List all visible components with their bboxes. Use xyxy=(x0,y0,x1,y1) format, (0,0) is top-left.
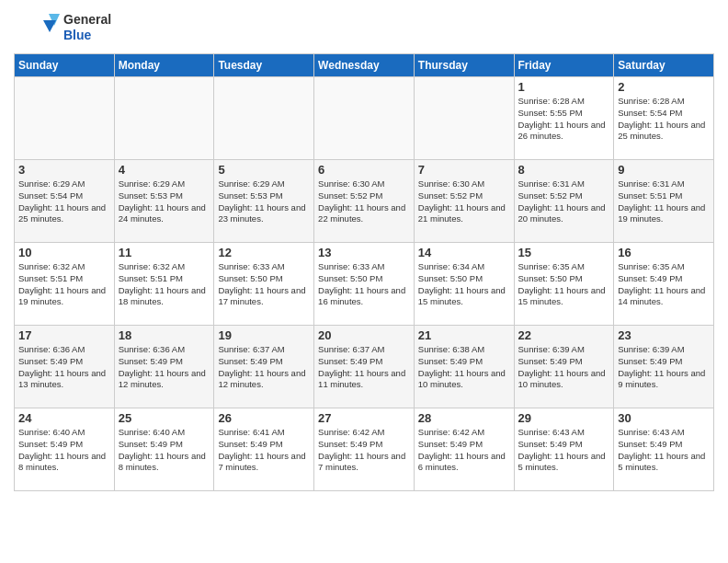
calendar-cell: 18Sunrise: 6:36 AM Sunset: 5:49 PM Dayli… xyxy=(114,326,214,408)
day-detail: Sunrise: 6:39 AM Sunset: 5:49 PM Dayligh… xyxy=(518,344,610,391)
day-number: 17 xyxy=(18,328,110,342)
week-row-3: 10Sunrise: 6:32 AM Sunset: 5:51 PM Dayli… xyxy=(15,243,714,326)
calendar-cell: 5Sunrise: 6:29 AM Sunset: 5:53 PM Daylig… xyxy=(214,160,314,243)
calendar-table: SundayMondayTuesdayWednesdayThursdayFrid… xyxy=(14,53,714,491)
day-detail: Sunrise: 6:31 AM Sunset: 5:52 PM Dayligh… xyxy=(518,178,610,225)
day-detail: Sunrise: 6:40 AM Sunset: 5:49 PM Dayligh… xyxy=(18,427,110,474)
day-number: 14 xyxy=(418,246,510,259)
calendar-body: 1Sunrise: 6:28 AM Sunset: 5:55 PM Daylig… xyxy=(15,77,714,491)
calendar-cell: 23Sunrise: 6:39 AM Sunset: 5:49 PM Dayli… xyxy=(614,326,714,408)
calendar-cell: 6Sunrise: 6:30 AM Sunset: 5:52 PM Daylig… xyxy=(314,160,415,243)
day-number: 11 xyxy=(119,246,210,259)
logo: General Blue xyxy=(14,9,111,46)
day-detail: Sunrise: 6:39 AM Sunset: 5:49 PM Dayligh… xyxy=(618,344,710,391)
day-number: 9 xyxy=(618,163,710,177)
logo-general: General xyxy=(63,12,111,28)
calendar-cell: 27Sunrise: 6:42 AM Sunset: 5:49 PM Dayli… xyxy=(314,408,415,491)
calendar-cell: 21Sunrise: 6:38 AM Sunset: 5:49 PM Dayli… xyxy=(414,326,514,408)
calendar-cell: 4Sunrise: 6:29 AM Sunset: 5:53 PM Daylig… xyxy=(114,160,214,243)
day-detail: Sunrise: 6:37 AM Sunset: 5:49 PM Dayligh… xyxy=(318,344,410,391)
day-detail: Sunrise: 6:36 AM Sunset: 5:49 PM Dayligh… xyxy=(18,344,110,391)
calendar-cell: 11Sunrise: 6:32 AM Sunset: 5:51 PM Dayli… xyxy=(114,243,214,326)
day-detail: Sunrise: 6:33 AM Sunset: 5:50 PM Dayligh… xyxy=(318,261,410,308)
day-number: 5 xyxy=(218,163,310,177)
calendar-cell xyxy=(214,77,314,160)
weekday-header-saturday: Saturday xyxy=(614,54,714,77)
day-number: 7 xyxy=(418,163,510,177)
weekday-header-thursday: Thursday xyxy=(414,54,514,77)
day-detail: Sunrise: 6:29 AM Sunset: 5:54 PM Dayligh… xyxy=(18,178,110,225)
day-detail: Sunrise: 6:40 AM Sunset: 5:49 PM Dayligh… xyxy=(119,427,210,474)
day-detail: Sunrise: 6:38 AM Sunset: 5:49 PM Dayligh… xyxy=(418,344,510,391)
weekday-header-monday: Monday xyxy=(114,54,214,77)
day-number: 3 xyxy=(18,163,110,177)
day-detail: Sunrise: 6:41 AM Sunset: 5:49 PM Dayligh… xyxy=(218,427,310,474)
day-number: 19 xyxy=(218,328,310,342)
day-number: 10 xyxy=(18,246,110,259)
calendar-cell: 29Sunrise: 6:43 AM Sunset: 5:49 PM Dayli… xyxy=(514,408,614,491)
day-detail: Sunrise: 6:32 AM Sunset: 5:51 PM Dayligh… xyxy=(18,261,110,308)
calendar-cell xyxy=(314,77,415,160)
day-detail: Sunrise: 6:28 AM Sunset: 5:55 PM Dayligh… xyxy=(518,96,610,143)
day-detail: Sunrise: 6:35 AM Sunset: 5:49 PM Dayligh… xyxy=(618,261,710,308)
calendar-cell: 19Sunrise: 6:37 AM Sunset: 5:49 PM Dayli… xyxy=(214,326,314,408)
week-row-1: 1Sunrise: 6:28 AM Sunset: 5:55 PM Daylig… xyxy=(15,77,714,160)
calendar-cell: 20Sunrise: 6:37 AM Sunset: 5:49 PM Dayli… xyxy=(314,326,415,408)
calendar-cell: 3Sunrise: 6:29 AM Sunset: 5:54 PM Daylig… xyxy=(15,160,115,243)
calendar-cell xyxy=(114,77,214,160)
day-number: 16 xyxy=(618,246,710,259)
day-number: 4 xyxy=(119,163,210,177)
day-number: 15 xyxy=(518,246,610,259)
calendar-header: SundayMondayTuesdayWednesdayThursdayFrid… xyxy=(15,54,714,77)
weekday-header-wednesday: Wednesday xyxy=(314,54,415,77)
day-detail: Sunrise: 6:30 AM Sunset: 5:52 PM Dayligh… xyxy=(318,178,410,225)
calendar-cell: 15Sunrise: 6:35 AM Sunset: 5:50 PM Dayli… xyxy=(514,243,614,326)
day-number: 2 xyxy=(618,80,710,94)
calendar-cell: 22Sunrise: 6:39 AM Sunset: 5:49 PM Dayli… xyxy=(514,326,614,408)
day-number: 27 xyxy=(318,411,410,425)
day-number: 20 xyxy=(318,328,410,342)
day-detail: Sunrise: 6:28 AM Sunset: 5:54 PM Dayligh… xyxy=(618,96,710,143)
logo-svg xyxy=(14,9,60,46)
calendar-container: General Blue SundayMondayTuesdayWednesda… xyxy=(0,0,728,500)
weekday-row: SundayMondayTuesdayWednesdayThursdayFrid… xyxy=(15,54,714,77)
day-detail: Sunrise: 6:42 AM Sunset: 5:49 PM Dayligh… xyxy=(318,427,410,474)
calendar-cell: 26Sunrise: 6:41 AM Sunset: 5:49 PM Dayli… xyxy=(214,408,314,491)
day-number: 24 xyxy=(18,411,110,425)
day-number: 13 xyxy=(318,246,410,259)
calendar-cell: 30Sunrise: 6:43 AM Sunset: 5:49 PM Dayli… xyxy=(614,408,714,491)
header: General Blue xyxy=(14,9,714,46)
calendar-cell: 13Sunrise: 6:33 AM Sunset: 5:50 PM Dayli… xyxy=(314,243,415,326)
calendar-cell: 17Sunrise: 6:36 AM Sunset: 5:49 PM Dayli… xyxy=(15,326,115,408)
calendar-cell: 8Sunrise: 6:31 AM Sunset: 5:52 PM Daylig… xyxy=(514,160,614,243)
week-row-5: 24Sunrise: 6:40 AM Sunset: 5:49 PM Dayli… xyxy=(15,408,714,491)
day-number: 23 xyxy=(618,328,710,342)
day-number: 26 xyxy=(218,411,310,425)
day-number: 18 xyxy=(119,328,210,342)
week-row-2: 3Sunrise: 6:29 AM Sunset: 5:54 PM Daylig… xyxy=(15,160,714,243)
day-detail: Sunrise: 6:37 AM Sunset: 5:49 PM Dayligh… xyxy=(218,344,310,391)
calendar-cell: 16Sunrise: 6:35 AM Sunset: 5:49 PM Dayli… xyxy=(614,243,714,326)
day-detail: Sunrise: 6:34 AM Sunset: 5:50 PM Dayligh… xyxy=(418,261,510,308)
calendar-cell xyxy=(15,77,115,160)
day-number: 22 xyxy=(518,328,610,342)
calendar-cell: 28Sunrise: 6:42 AM Sunset: 5:49 PM Dayli… xyxy=(414,408,514,491)
calendar-cell: 9Sunrise: 6:31 AM Sunset: 5:51 PM Daylig… xyxy=(614,160,714,243)
day-detail: Sunrise: 6:29 AM Sunset: 5:53 PM Dayligh… xyxy=(218,178,310,225)
weekday-header-tuesday: Tuesday xyxy=(214,54,314,77)
day-detail: Sunrise: 6:42 AM Sunset: 5:49 PM Dayligh… xyxy=(418,427,510,474)
weekday-header-sunday: Sunday xyxy=(15,54,115,77)
calendar-cell: 14Sunrise: 6:34 AM Sunset: 5:50 PM Dayli… xyxy=(414,243,514,326)
day-number: 1 xyxy=(518,80,610,94)
calendar-cell xyxy=(414,77,514,160)
weekday-header-friday: Friday xyxy=(514,54,614,77)
day-detail: Sunrise: 6:31 AM Sunset: 5:51 PM Dayligh… xyxy=(618,178,710,225)
week-row-4: 17Sunrise: 6:36 AM Sunset: 5:49 PM Dayli… xyxy=(15,326,714,408)
day-number: 30 xyxy=(618,411,710,425)
day-detail: Sunrise: 6:43 AM Sunset: 5:49 PM Dayligh… xyxy=(518,427,610,474)
day-number: 29 xyxy=(518,411,610,425)
calendar-cell: 2Sunrise: 6:28 AM Sunset: 5:54 PM Daylig… xyxy=(614,77,714,160)
day-detail: Sunrise: 6:29 AM Sunset: 5:53 PM Dayligh… xyxy=(119,178,210,225)
calendar-cell: 10Sunrise: 6:32 AM Sunset: 5:51 PM Dayli… xyxy=(15,243,115,326)
calendar-cell: 1Sunrise: 6:28 AM Sunset: 5:55 PM Daylig… xyxy=(514,77,614,160)
